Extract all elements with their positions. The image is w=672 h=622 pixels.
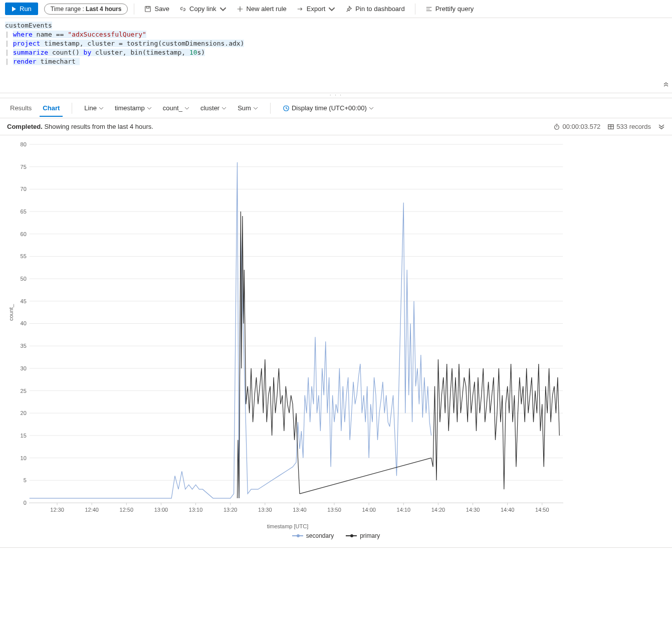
- run-button[interactable]: Run: [5, 3, 38, 15]
- copy-link-label: Copy link: [189, 5, 216, 13]
- export-label: Export: [307, 5, 326, 13]
- legend-primary[interactable]: primary: [346, 532, 380, 539]
- svg-text:60: 60: [21, 231, 27, 237]
- time-range-picker[interactable]: Time range : Last 4 hours: [44, 4, 128, 15]
- svg-text:50: 50: [21, 276, 27, 282]
- separator: [72, 103, 72, 114]
- query-line-1: customEvents: [5, 22, 52, 29]
- link-icon: [179, 6, 186, 13]
- svg-text:70: 70: [21, 186, 27, 192]
- chevron-down-icon: [328, 6, 335, 13]
- chevron-down-icon: [99, 106, 104, 111]
- svg-text:12:30: 12:30: [50, 507, 64, 513]
- prettify-label: Prettify query: [435, 5, 474, 13]
- svg-text:25: 25: [21, 388, 27, 394]
- svg-text:15: 15: [21, 433, 27, 439]
- svg-rect-1: [147, 6, 149, 8]
- svg-text:13:20: 13:20: [223, 507, 237, 513]
- svg-text:75: 75: [21, 164, 27, 170]
- chevron-down-icon: [219, 6, 227, 13]
- svg-text:65: 65: [21, 209, 27, 215]
- chevron-down-icon: [369, 106, 374, 111]
- svg-text:5: 5: [24, 477, 27, 483]
- svg-text:10: 10: [21, 455, 27, 461]
- time-range-value: Last 4 hours: [86, 6, 121, 13]
- export-icon: [297, 6, 304, 13]
- status-duration: 00:00:03.572: [553, 123, 600, 130]
- time-range-label: Time range :: [51, 6, 86, 13]
- svg-text:13:00: 13:00: [154, 507, 168, 513]
- svg-text:13:10: 13:10: [189, 507, 202, 513]
- status-subtitle: Showing results from the last 4 hours.: [43, 123, 153, 130]
- chart-plot[interactable]: 0510152025303540455055606570758012:3012:…: [29, 144, 563, 503]
- svg-text:45: 45: [21, 298, 27, 304]
- pin-label: Pin to dashboard: [355, 5, 404, 13]
- pin-button[interactable]: Pin to dashboard: [341, 3, 408, 15]
- svg-text:12:40: 12:40: [85, 507, 98, 513]
- svg-text:14:00: 14:00: [362, 507, 375, 513]
- play-icon: [12, 7, 17, 12]
- y-axis-label: count_: [8, 304, 14, 321]
- separator: [415, 4, 415, 15]
- copy-link-button[interactable]: Copy link: [175, 3, 230, 15]
- svg-text:30: 30: [21, 365, 27, 371]
- svg-text:13:30: 13:30: [258, 507, 272, 513]
- new-alert-button[interactable]: New alert rule: [233, 3, 291, 15]
- svg-text:13:50: 13:50: [327, 507, 341, 513]
- svg-text:13:40: 13:40: [293, 507, 306, 513]
- svg-text:14:20: 14:20: [431, 507, 445, 513]
- status-records: 533 records: [607, 123, 651, 130]
- timezone-dropdown[interactable]: Display time (UTC+00:00): [280, 102, 377, 114]
- chevron-down-icon: [147, 106, 152, 111]
- svg-rect-0: [145, 6, 151, 12]
- status-completed: Completed.: [7, 123, 43, 130]
- status-bar: Completed. Showing results from the last…: [0, 118, 672, 135]
- split-dropdown[interactable]: cluster: [197, 102, 230, 114]
- svg-text:40: 40: [21, 320, 27, 326]
- svg-text:0: 0: [24, 500, 27, 506]
- chart-legend: secondary primary: [7, 529, 665, 545]
- svg-text:55: 55: [21, 253, 27, 259]
- prettify-button[interactable]: Prettify query: [421, 3, 478, 15]
- tab-results[interactable]: Results: [7, 99, 35, 117]
- separator: [134, 4, 134, 15]
- legend-secondary[interactable]: secondary: [292, 532, 334, 539]
- result-tabs: Results Chart Line timestamp count_ clus…: [0, 98, 672, 118]
- svg-text:14:30: 14:30: [466, 507, 480, 513]
- resize-handle[interactable]: · · ·: [0, 93, 672, 98]
- pin-icon: [345, 6, 352, 13]
- format-icon: [425, 6, 432, 13]
- svg-text:35: 35: [21, 343, 27, 349]
- y-axis-dropdown[interactable]: count_: [160, 102, 192, 114]
- chart-type-dropdown[interactable]: Line: [81, 102, 107, 114]
- query-editor[interactable]: customEvents | where name == "adxSuccess…: [0, 18, 672, 93]
- plus-icon: [237, 6, 244, 13]
- export-button[interactable]: Export: [293, 3, 340, 15]
- new-alert-label: New alert rule: [247, 5, 287, 13]
- save-button[interactable]: Save: [140, 3, 173, 15]
- expand-chart-icon[interactable]: [658, 122, 665, 131]
- chevron-down-icon: [253, 106, 258, 111]
- table-icon: [607, 123, 614, 130]
- save-icon: [144, 6, 151, 13]
- tab-chart[interactable]: Chart: [40, 99, 63, 117]
- svg-text:14:50: 14:50: [535, 507, 549, 513]
- save-label: Save: [154, 5, 169, 13]
- x-axis-label: timestamp [UTC]: [7, 523, 568, 529]
- collapse-editor-icon[interactable]: [663, 82, 669, 91]
- x-axis-dropdown[interactable]: timestamp: [112, 102, 155, 114]
- chevron-down-icon: [221, 106, 227, 111]
- svg-text:14:40: 14:40: [501, 507, 514, 513]
- stopwatch-icon: [553, 123, 560, 130]
- svg-text:20: 20: [21, 410, 27, 416]
- agg-dropdown[interactable]: Sum: [235, 102, 261, 114]
- chevron-down-icon: [184, 106, 189, 111]
- toolbar: Run Time range : Last 4 hours Save Copy …: [0, 0, 672, 18]
- svg-text:80: 80: [21, 141, 27, 147]
- svg-text:12:50: 12:50: [120, 507, 133, 513]
- chart-area: count_ 051015202530354045505560657075801…: [0, 135, 672, 548]
- run-label: Run: [20, 5, 32, 13]
- separator: [270, 103, 271, 114]
- svg-text:14:10: 14:10: [397, 507, 410, 513]
- clock-icon: [283, 105, 290, 112]
